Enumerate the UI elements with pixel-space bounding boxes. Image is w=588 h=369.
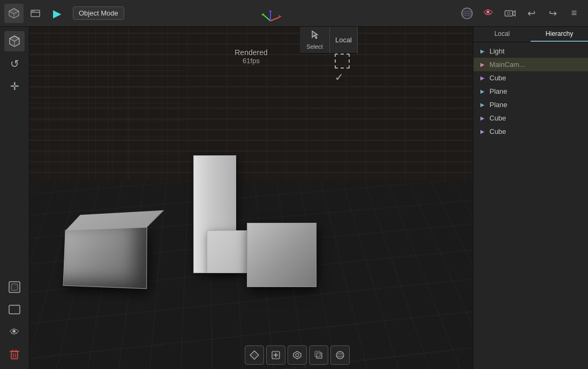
cube3-label: Cube — [489, 127, 506, 135]
light-play-icon: ▶ — [479, 48, 486, 55]
sidebar-cube-icon[interactable] — [4, 31, 25, 51]
svg-rect-23 — [11, 284, 18, 290]
maincam-label: MainCam... — [489, 61, 525, 69]
svg-line-7 — [270, 17, 280, 21]
select-indicator: ✓ — [335, 54, 350, 84]
viewport[interactable]: Select Local Rendered 61fps ✓ — [29, 27, 473, 369]
sidebar-layers-icon[interactable] — [4, 277, 25, 297]
camera-icon[interactable] — [500, 4, 519, 23]
cube3-icon: ▶ — [479, 128, 486, 135]
svg-marker-12 — [269, 10, 272, 12]
plane1-icon: ▶ — [479, 88, 486, 95]
svg-rect-25 — [11, 351, 18, 359]
local-button[interactable]: Local — [330, 27, 358, 54]
selection-rectangle — [335, 54, 350, 69]
svg-point-5 — [32, 11, 33, 12]
hierarchy-item-plane1[interactable]: ▶ Plane — [473, 85, 588, 98]
checkmark: ✓ — [335, 71, 350, 84]
select-label: Select — [306, 43, 323, 50]
hierarchy-item-maincam[interactable]: ▶ MainCam... — [473, 58, 588, 71]
hierarchy-item-cube1[interactable]: ▶ Cube — [473, 71, 588, 85]
left-sidebar: ↺ ✛ 👁 — [0, 27, 29, 369]
scene-background — [29, 27, 473, 369]
right-panel: Local Hierarchy ▶ Light ▶ MainCam... ▶ C… — [473, 27, 588, 369]
rendered-label: Rendered — [235, 48, 268, 57]
redo-icon[interactable]: ↪ — [543, 4, 562, 23]
hierarchy-list: ▶ Light ▶ MainCam... ▶ Cube ▶ Plane — [473, 42, 588, 369]
sidebar-delete-icon[interactable] — [4, 344, 25, 365]
right-panel-header: Local Hierarchy — [473, 27, 588, 42]
svg-marker-35 — [293, 351, 301, 359]
render-info: Rendered 61fps — [235, 48, 268, 65]
light-label: Light — [489, 47, 504, 55]
top-toolbar: ▶ Object Mode 👁 — [0, 0, 588, 27]
add-object-btn[interactable] — [266, 345, 285, 365]
cube1-icon: ▶ — [479, 74, 486, 82]
tab-local[interactable]: Local — [473, 27, 531, 42]
viewport-top-right-controls: Select Local — [300, 27, 358, 54]
sidebar-eye-icon[interactable]: 👁 — [4, 322, 25, 342]
box-right — [247, 223, 316, 287]
hierarchy-item-plane2[interactable]: ▶ Plane — [473, 98, 588, 111]
material-btn[interactable] — [245, 345, 264, 365]
object-mode-button[interactable]: Object Mode — [73, 6, 124, 20]
svg-point-18 — [508, 12, 510, 14]
fps-label: 61fps — [243, 57, 260, 65]
menu-icon[interactable]: ≡ — [564, 4, 584, 23]
svg-rect-38 — [315, 351, 320, 357]
hierarchy-item-light[interactable]: ▶ Light — [473, 44, 588, 58]
hierarchy-item-cube2[interactable]: ▶ Cube — [473, 111, 588, 125]
svg-marker-31 — [250, 351, 259, 359]
maincam-icon: ▶ — [479, 61, 486, 69]
undo-icon[interactable]: ↩ — [522, 4, 541, 23]
cube2-label: Cube — [489, 114, 506, 122]
cube1-label: Cube — [489, 74, 506, 82]
svg-point-39 — [336, 351, 344, 359]
svg-point-6 — [34, 11, 35, 12]
viewport-bottom-toolbar — [245, 345, 350, 365]
hierarchy-item-cube3[interactable]: ▶ Cube — [473, 125, 588, 138]
svg-line-9 — [262, 14, 270, 21]
plane1-label: Plane — [489, 87, 507, 95]
cube2-icon: ▶ — [479, 115, 486, 122]
svg-rect-24 — [9, 305, 20, 314]
cube-3d-icon[interactable] — [4, 4, 24, 23]
plane2-icon: ▶ — [479, 101, 486, 109]
play-icon[interactable]: ▶ — [47, 4, 66, 23]
plane2-label: Plane — [489, 101, 507, 109]
window-icon[interactable] — [26, 4, 45, 23]
sphere-btn[interactable] — [330, 345, 350, 365]
app: ▶ Object Mode 👁 — [0, 0, 588, 369]
sidebar-refresh-icon[interactable]: ↺ — [4, 54, 25, 74]
tab-hierarchy[interactable]: Hierarchy — [531, 27, 588, 42]
modifier-btn[interactable] — [288, 345, 307, 365]
sidebar-move-icon[interactable]: ✛ — [4, 76, 25, 96]
content-area: ↺ ✛ 👁 — [0, 27, 588, 369]
eye-view-icon[interactable]: 👁 — [479, 4, 498, 23]
select-icon — [310, 30, 320, 42]
sphere-view-icon[interactable] — [457, 4, 477, 23]
axis-gizmo — [257, 7, 284, 32]
sidebar-box-icon[interactable] — [4, 299, 25, 320]
select-button[interactable]: Select — [300, 27, 330, 54]
duplicate-btn[interactable] — [309, 345, 328, 365]
scene-objects — [29, 27, 473, 369]
cube-object-left — [63, 227, 147, 289]
svg-rect-16 — [505, 11, 512, 16]
